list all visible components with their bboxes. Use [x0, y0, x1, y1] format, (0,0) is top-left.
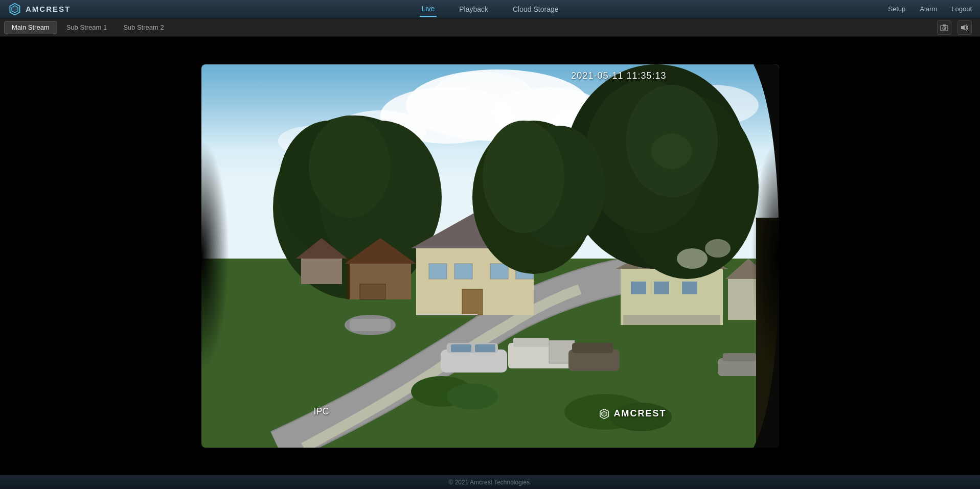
nav-cloud-storage[interactable]: Cloud Storage: [511, 2, 561, 16]
tab-sub-stream-1[interactable]: Sub Stream 1: [59, 21, 115, 34]
tab-sub-stream-2[interactable]: Sub Stream 2: [116, 21, 171, 34]
svg-rect-4: [943, 25, 946, 26]
tab-main-stream[interactable]: Main Stream: [4, 21, 57, 34]
svg-rect-59: [451, 344, 471, 352]
svg-marker-6: [963, 25, 965, 30]
svg-rect-37: [462, 289, 483, 315]
svg-point-51: [651, 133, 692, 169]
screenshot-button[interactable]: [937, 20, 951, 35]
top-navigation: AMCREST Live Playback Cloud Storage Setu…: [0, 0, 980, 18]
nav-logout[interactable]: Logout: [951, 5, 972, 13]
stream-tabs-bar: Main Stream Sub Stream 1 Sub Stream 2: [0, 18, 980, 37]
svg-point-5: [944, 27, 945, 28]
svg-point-56: [483, 121, 564, 233]
svg-point-14: [431, 72, 534, 118]
timestamp-overlay: 2021-05-11 11:35:13: [571, 71, 666, 81]
svg-rect-41: [631, 282, 646, 294]
nav-center: Live Playback Cloud Storage: [419, 2, 560, 17]
watermark: AMCREST: [599, 408, 667, 420]
watermark-hex-icon: [599, 408, 610, 420]
nav-alarm[interactable]: Alarm: [920, 5, 937, 13]
nav-setup[interactable]: Setup: [888, 5, 905, 13]
svg-rect-28: [360, 284, 385, 299]
svg-marker-76: [601, 411, 606, 416]
svg-point-72: [447, 384, 498, 409]
logo-hex-icon: [8, 3, 21, 16]
svg-rect-62: [513, 338, 549, 347]
svg-rect-24: [301, 259, 342, 284]
footer-text: © 2021 Amcrest Technologies.: [448, 479, 531, 486]
svg-rect-69: [201, 64, 293, 448]
logo-area: AMCREST: [8, 3, 110, 16]
svg-marker-1: [12, 6, 18, 13]
ipc-label: IPC: [314, 406, 329, 417]
camera-scene: [201, 64, 779, 448]
svg-rect-7: [961, 26, 963, 29]
svg-rect-35: [490, 264, 508, 279]
logo-text: AMCREST: [26, 5, 71, 13]
svg-rect-33: [429, 264, 447, 279]
svg-rect-70: [687, 64, 779, 448]
svg-rect-65: [572, 343, 613, 353]
svg-rect-42: [654, 282, 669, 294]
video-frame: 2021-05-11 11:35:13 IPC AMCREST: [201, 64, 779, 448]
svg-point-22: [309, 115, 391, 218]
svg-rect-34: [454, 264, 472, 279]
svg-rect-30: [350, 319, 391, 331]
svg-rect-60: [475, 344, 495, 352]
nav-right: Setup Alarm Logout: [888, 5, 972, 13]
watermark-text: AMCREST: [614, 408, 667, 419]
tabs-right-icons: [937, 20, 976, 35]
video-container: 2021-05-11 11:35:13 IPC AMCREST: [0, 37, 980, 475]
nav-playback[interactable]: Playback: [457, 2, 490, 16]
audio-button[interactable]: [958, 20, 972, 35]
footer: © 2021 Amcrest Technologies.: [0, 475, 980, 489]
nav-live[interactable]: Live: [419, 2, 437, 17]
